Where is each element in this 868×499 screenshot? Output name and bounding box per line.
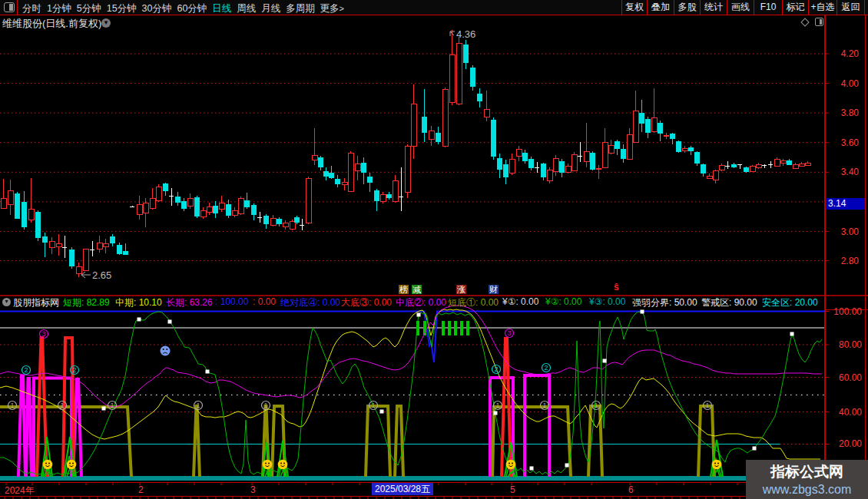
svg-text:1: 1 <box>196 402 200 409</box>
svg-text:2: 2 <box>24 366 28 374</box>
svg-text:2: 2 <box>72 366 76 374</box>
svg-text:1: 1 <box>495 402 499 409</box>
svg-text:4.36: 4.36 <box>456 28 475 40</box>
svg-text:2.65: 2.65 <box>92 269 111 281</box>
svg-text:3: 3 <box>507 329 511 337</box>
svg-text:1: 1 <box>60 402 64 409</box>
svg-text:2: 2 <box>544 364 548 372</box>
svg-text:1: 1 <box>10 402 14 409</box>
svg-text:1: 1 <box>371 402 375 409</box>
svg-text:2: 2 <box>494 365 498 373</box>
svg-text:1: 1 <box>542 402 546 409</box>
svg-text:1: 1 <box>705 402 709 409</box>
svg-text:1: 1 <box>110 402 114 409</box>
svg-text:3: 3 <box>41 330 45 338</box>
svg-text:1: 1 <box>263 402 267 409</box>
svg-text:1: 1 <box>594 402 598 409</box>
